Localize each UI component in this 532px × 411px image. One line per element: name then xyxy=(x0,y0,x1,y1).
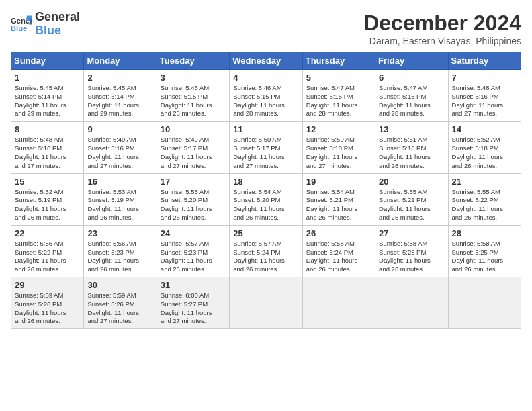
day-info: Sunrise: 5:48 AM Sunset: 5:16 PM Dayligh… xyxy=(15,136,80,170)
calendar-cell: 10Sunrise: 5:49 AM Sunset: 5:17 PM Dayli… xyxy=(157,122,229,173)
calendar-cell: 5Sunrise: 5:47 AM Sunset: 5:15 PM Daylig… xyxy=(302,70,375,122)
calendar-cell: 11Sunrise: 5:50 AM Sunset: 5:17 PM Dayli… xyxy=(230,122,302,173)
calendar-cell: 17Sunrise: 5:53 AM Sunset: 5:20 PM Dayli… xyxy=(157,173,229,225)
calendar-cell: 19Sunrise: 5:54 AM Sunset: 5:21 PM Dayli… xyxy=(302,173,375,225)
day-info: Sunrise: 5:57 AM Sunset: 5:23 PM Dayligh… xyxy=(161,240,226,274)
day-info: Sunrise: 5:48 AM Sunset: 5:16 PM Dayligh… xyxy=(452,84,517,118)
day-number: 31 xyxy=(161,280,226,290)
day-number: 9 xyxy=(87,124,152,134)
day-number: 11 xyxy=(233,124,298,134)
day-number: 30 xyxy=(87,280,152,290)
day-info: Sunrise: 5:46 AM Sunset: 5:15 PM Dayligh… xyxy=(161,84,226,118)
day-info: Sunrise: 5:45 AM Sunset: 5:14 PM Dayligh… xyxy=(15,84,80,118)
calendar-week-row: 15Sunrise: 5:52 AM Sunset: 5:19 PM Dayli… xyxy=(11,173,521,225)
day-number: 28 xyxy=(452,228,517,238)
day-info: Sunrise: 5:50 AM Sunset: 5:17 PM Dayligh… xyxy=(233,136,298,170)
day-info: Sunrise: 6:00 AM Sunset: 5:27 PM Dayligh… xyxy=(161,291,226,326)
day-info: Sunrise: 5:47 AM Sunset: 5:15 PM Dayligh… xyxy=(306,84,371,118)
calendar-cell: 3Sunrise: 5:46 AM Sunset: 5:15 PM Daylig… xyxy=(157,70,229,122)
day-number: 19 xyxy=(306,177,371,187)
calendar-cell: 9Sunrise: 5:49 AM Sunset: 5:16 PM Daylig… xyxy=(84,122,157,173)
calendar-day-header: Thursday xyxy=(302,52,375,70)
day-number: 7 xyxy=(452,73,517,83)
calendar-cell xyxy=(302,277,375,329)
calendar-cell: 26Sunrise: 5:58 AM Sunset: 5:24 PM Dayli… xyxy=(302,225,375,277)
day-number: 17 xyxy=(161,177,226,187)
calendar-day-header: Tuesday xyxy=(157,52,229,70)
calendar-cell: 29Sunrise: 5:59 AM Sunset: 5:26 PM Dayli… xyxy=(11,277,84,329)
day-info: Sunrise: 5:55 AM Sunset: 5:21 PM Dayligh… xyxy=(379,188,444,222)
calendar-cell xyxy=(230,277,302,329)
page-header: General Blue GeneralBlue December 2024 D… xyxy=(11,11,521,46)
day-info: Sunrise: 5:55 AM Sunset: 5:22 PM Dayligh… xyxy=(452,188,517,222)
day-number: 26 xyxy=(306,228,371,238)
calendar-cell: 16Sunrise: 5:53 AM Sunset: 5:19 PM Dayli… xyxy=(84,173,157,225)
day-number: 10 xyxy=(161,124,226,134)
calendar-week-row: 1Sunrise: 5:45 AM Sunset: 5:14 PM Daylig… xyxy=(11,70,521,122)
calendar-week-row: 8Sunrise: 5:48 AM Sunset: 5:16 PM Daylig… xyxy=(11,122,521,173)
calendar-day-header: Sunday xyxy=(11,52,84,70)
calendar-cell: 2Sunrise: 5:45 AM Sunset: 5:14 PM Daylig… xyxy=(84,70,157,122)
day-info: Sunrise: 5:52 AM Sunset: 5:19 PM Dayligh… xyxy=(15,188,80,222)
calendar-week-row: 22Sunrise: 5:56 AM Sunset: 5:22 PM Dayli… xyxy=(11,225,521,277)
day-info: Sunrise: 5:49 AM Sunset: 5:16 PM Dayligh… xyxy=(87,136,152,170)
location: Daram, Eastern Visayas, Philippines xyxy=(363,36,521,46)
calendar-cell: 1Sunrise: 5:45 AM Sunset: 5:14 PM Daylig… xyxy=(11,70,84,122)
calendar-cell: 28Sunrise: 5:58 AM Sunset: 5:25 PM Dayli… xyxy=(448,225,521,277)
day-info: Sunrise: 5:45 AM Sunset: 5:14 PM Dayligh… xyxy=(87,84,152,118)
calendar-day-header: Friday xyxy=(375,52,448,70)
day-info: Sunrise: 5:58 AM Sunset: 5:24 PM Dayligh… xyxy=(306,240,371,274)
day-info: Sunrise: 5:54 AM Sunset: 5:21 PM Dayligh… xyxy=(306,188,371,222)
calendar-cell: 18Sunrise: 5:54 AM Sunset: 5:20 PM Dayli… xyxy=(230,173,302,225)
day-info: Sunrise: 5:57 AM Sunset: 5:24 PM Dayligh… xyxy=(233,240,298,274)
calendar-cell: 6Sunrise: 5:47 AM Sunset: 5:15 PM Daylig… xyxy=(375,70,448,122)
day-info: Sunrise: 5:56 AM Sunset: 5:22 PM Dayligh… xyxy=(15,240,80,274)
calendar-cell: 13Sunrise: 5:51 AM Sunset: 5:18 PM Dayli… xyxy=(375,122,448,173)
day-info: Sunrise: 5:53 AM Sunset: 5:20 PM Dayligh… xyxy=(161,188,226,222)
day-number: 23 xyxy=(87,228,152,238)
month-title: December 2024 xyxy=(363,11,521,36)
calendar-cell xyxy=(448,277,521,329)
day-number: 15 xyxy=(15,177,80,187)
calendar-day-header: Wednesday xyxy=(230,52,302,70)
day-number: 3 xyxy=(161,73,226,83)
calendar-cell: 14Sunrise: 5:52 AM Sunset: 5:18 PM Dayli… xyxy=(448,122,521,173)
day-number: 22 xyxy=(15,228,80,238)
calendar-cell: 12Sunrise: 5:50 AM Sunset: 5:18 PM Dayli… xyxy=(302,122,375,173)
day-info: Sunrise: 5:53 AM Sunset: 5:19 PM Dayligh… xyxy=(87,188,152,222)
day-info: Sunrise: 5:58 AM Sunset: 5:25 PM Dayligh… xyxy=(452,240,517,274)
day-number: 25 xyxy=(233,228,298,238)
day-number: 2 xyxy=(87,73,152,83)
day-number: 6 xyxy=(379,73,444,83)
day-info: Sunrise: 5:47 AM Sunset: 5:15 PM Dayligh… xyxy=(379,84,444,118)
calendar-cell: 8Sunrise: 5:48 AM Sunset: 5:16 PM Daylig… xyxy=(11,122,84,173)
calendar-cell xyxy=(375,277,448,329)
calendar-cell: 24Sunrise: 5:57 AM Sunset: 5:23 PM Dayli… xyxy=(157,225,229,277)
day-info: Sunrise: 5:54 AM Sunset: 5:20 PM Dayligh… xyxy=(233,188,298,222)
calendar-cell: 30Sunrise: 5:59 AM Sunset: 5:26 PM Dayli… xyxy=(84,277,157,329)
day-info: Sunrise: 5:50 AM Sunset: 5:18 PM Dayligh… xyxy=(306,136,371,170)
calendar-cell: 4Sunrise: 5:46 AM Sunset: 5:15 PM Daylig… xyxy=(230,70,302,122)
calendar-table: SundayMondayTuesdayWednesdayThursdayFrid… xyxy=(11,52,521,329)
day-number: 21 xyxy=(452,177,517,187)
day-number: 13 xyxy=(379,124,444,134)
calendar-cell: 21Sunrise: 5:55 AM Sunset: 5:22 PM Dayli… xyxy=(448,173,521,225)
logo-text: GeneralBlue xyxy=(35,11,80,38)
day-number: 12 xyxy=(306,124,371,134)
day-number: 8 xyxy=(15,124,80,134)
day-number: 4 xyxy=(233,73,298,83)
svg-text:Blue: Blue xyxy=(11,24,27,32)
calendar-cell: 15Sunrise: 5:52 AM Sunset: 5:19 PM Dayli… xyxy=(11,173,84,225)
calendar-cell: 27Sunrise: 5:58 AM Sunset: 5:25 PM Dayli… xyxy=(375,225,448,277)
day-number: 18 xyxy=(233,177,298,187)
day-info: Sunrise: 5:59 AM Sunset: 5:26 PM Dayligh… xyxy=(87,291,152,326)
calendar-header-row: SundayMondayTuesdayWednesdayThursdayFrid… xyxy=(11,52,521,70)
day-number: 20 xyxy=(379,177,444,187)
calendar-day-header: Monday xyxy=(84,52,157,70)
day-number: 29 xyxy=(15,280,80,290)
day-number: 14 xyxy=(452,124,517,134)
logo-icon: General Blue xyxy=(11,15,32,34)
calendar-cell: 23Sunrise: 5:56 AM Sunset: 5:23 PM Dayli… xyxy=(84,225,157,277)
day-number: 27 xyxy=(379,228,444,238)
calendar-week-row: 29Sunrise: 5:59 AM Sunset: 5:26 PM Dayli… xyxy=(11,277,521,329)
